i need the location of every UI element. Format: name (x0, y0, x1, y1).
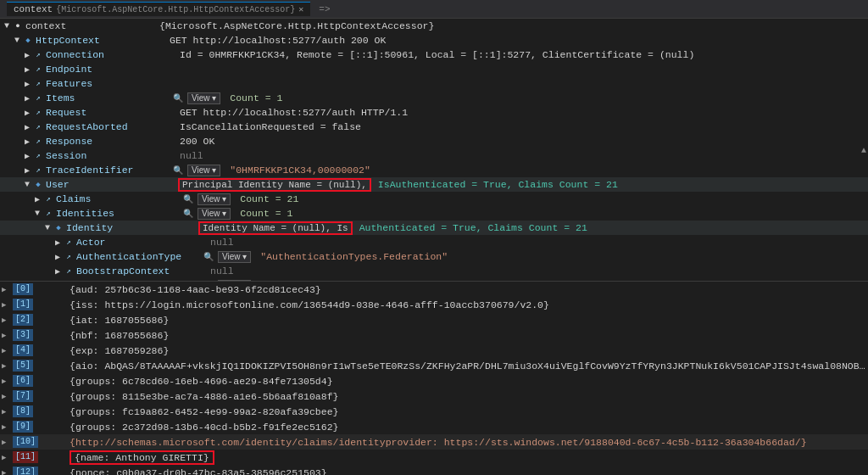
tab-label: context (14, 4, 53, 14)
list-value-8: {groups: fc19a862-6452-4e99-99a2-820afa3… (70, 406, 868, 417)
tree-name-endpoint: Endpoint (46, 64, 173, 75)
tree-row-identity: ◆ Identity Identity Name = (null), Is Au… (0, 221, 868, 235)
expand-item-8[interactable]: ▶ (2, 407, 10, 416)
expand-items[interactable] (22, 93, 32, 103)
tree-row-request: ↗ Request GET http://localhost:5277/auth… (0, 105, 868, 120)
expand-item-6[interactable]: ▶ (2, 377, 10, 386)
expand-session[interactable] (22, 151, 32, 161)
expand-bootstrapctx[interactable] (53, 266, 63, 277)
view-trace-button[interactable]: View ▾ (187, 165, 220, 176)
expand-endpoint[interactable] (22, 64, 32, 75)
expand-item-2[interactable]: ▶ (2, 316, 10, 325)
list-section[interactable]: ▶ [0] {aud: 257b6c36-1168-4aac-be93-6f2c… (0, 282, 868, 475)
tree-row-user: ◆ User Principal Identity Name = (null),… (0, 177, 868, 192)
magnify-claims-icon: 🔍 (183, 194, 193, 204)
tab-close-icon[interactable]: ✕ (298, 4, 303, 14)
tree-value-user-extra: IsAuthenticated = True, Claims Count = 2… (371, 179, 868, 190)
list-item: ▶ [0] {aud: 257b6c36-1168-4aac-be93-6f2c… (0, 282, 868, 297)
list-item: ▶ [6] {groups: 6c78cd60-16eb-4696-ae29-8… (0, 373, 868, 388)
expand-connection[interactable] (22, 50, 32, 60)
expand-identity[interactable] (42, 223, 53, 232)
expand-item-0[interactable]: ▶ (2, 285, 10, 294)
watch-tree: ● context {Microsoft.AspNetCore.Http.Htt… (0, 19, 868, 282)
tree-name-bootstrapctx: BootstrapContext (76, 265, 203, 277)
view-identities-button[interactable]: View ▾ (198, 208, 231, 220)
expand-request[interactable] (22, 108, 32, 118)
list-item: ▶ [5] {aio: AbQAS/8TAAAAAF+vkskjIQ1IDOKI… (0, 358, 868, 373)
expand-item-4[interactable]: ▶ (2, 346, 10, 355)
tree-value-claims: Count = 21 (233, 193, 868, 204)
expand-context[interactable] (2, 21, 12, 31)
list-value-12: {nonce: c0b0a37-dr0b-47bc-83a5-38596c251… (70, 467, 868, 476)
index-badge-3: [3] (13, 329, 33, 341)
expand-identities[interactable] (32, 209, 42, 218)
tree-value-traceidentifier: "0HMRFKKP1CK34,00000002" (223, 165, 868, 176)
top-bar: context {Microsoft.AspNetCore.Http.HttpC… (0, 0, 868, 19)
view-items-button[interactable]: View ▾ (187, 92, 220, 104)
tree-value-connection: Id = 0HMRFKKP1CK34, Remote = [::1]:50961… (173, 49, 868, 60)
list-item: ▶ [3] {nbf: 1687055686} (0, 327, 868, 343)
index-badge-0: [0] (13, 283, 33, 295)
tree-value-context: {Microsoft.AspNetCore.Http.HttpContextAc… (153, 20, 868, 31)
tree-name-actor: Actor (76, 237, 203, 248)
icon-traceidentifier: ↗ (32, 165, 44, 176)
context-tab[interactable]: context {Microsoft.AspNetCore.Http.HttpC… (7, 2, 310, 16)
tree-row-requestaborted: ↗ RequestAborted IsCancellationRequested… (0, 120, 868, 134)
view-authtype-button[interactable]: View ▾ (218, 251, 251, 263)
icon-identities: ↗ (42, 208, 54, 220)
magnify-identities-icon: 🔍 (183, 209, 193, 219)
icon-connection: ↗ (32, 49, 44, 61)
tree-value-requestaborted: IsCancellationRequested = false (173, 121, 868, 132)
tree-row-claims: ↗ Claims 🔍 View ▾ Count = 21 (0, 192, 868, 206)
icon-items: ↗ (32, 92, 44, 104)
view-claims-button[interactable]: View ▾ (198, 193, 231, 205)
tree-value-httpcontext: GET http://localhost:5277/auth 200 OK (163, 35, 868, 46)
index-badge-4: [4] (13, 344, 33, 356)
icon-endpoint: ↗ (32, 64, 44, 75)
expand-features[interactable] (22, 79, 32, 89)
expand-traceidentifier[interactable] (22, 165, 32, 176)
list-value-2: {iat: 1687055686} (70, 315, 868, 326)
expand-httpcontext[interactable] (12, 36, 22, 45)
expand-authtype[interactable] (53, 252, 63, 262)
expand-item-3[interactable]: ▶ (2, 331, 10, 340)
tree-row-context: ● context {Microsoft.AspNetCore.Http.Htt… (0, 19, 868, 33)
icon-authtype: ↗ (63, 251, 75, 263)
arrow-indicator: => (314, 4, 330, 14)
tree-name-requestaborted: RequestAborted (46, 121, 173, 132)
expand-requestaborted[interactable] (22, 122, 32, 132)
list-value-6: {groups: 6c78cd60-16eb-4696-ae29-84fe713… (70, 376, 868, 387)
expand-item-11[interactable]: ▶ (2, 453, 10, 462)
user-value-highlighted: Principal Identity Name = (null), (178, 178, 371, 192)
list-index-5: ▶ [5] (2, 360, 70, 372)
expand-item-7[interactable]: ▶ (2, 392, 10, 401)
icon-response: ↗ (32, 136, 44, 148)
list-value-5: {aio: AbQAS/8TAAAAAF+vkskjIQ1IDOKIZPVI5O… (70, 360, 868, 372)
expand-user[interactable] (22, 180, 32, 189)
magnify-trace-icon: 🔍 (173, 165, 183, 176)
expand-item-9[interactable]: ▶ (2, 422, 10, 432)
index-badge-11: [11] (13, 451, 38, 463)
expand-item-10[interactable]: ▶ (2, 438, 10, 447)
expand-item-5[interactable]: ▶ (2, 361, 10, 371)
expand-claims[interactable] (32, 194, 42, 204)
index-badge-1: [1] (13, 299, 33, 310)
expand-item-12[interactable]: ▶ (2, 468, 10, 476)
tree-value-request: GET http://localhost:5277/auth HTTP/1.1 (173, 107, 868, 118)
list-index-3: ▶ [3] (2, 329, 70, 341)
tree-name-items: Items (46, 92, 173, 103)
expand-response[interactable] (22, 137, 32, 147)
list-index-12: ▶ [12] (2, 467, 70, 475)
icon-actor: ↗ (63, 237, 75, 249)
list-index-0: ▶ [0] (2, 283, 70, 295)
expand-actor[interactable] (53, 238, 63, 248)
list-value-10: {http://schemas.microsoft.com/identity/c… (70, 437, 868, 448)
list-index-11: ▶ [11] (2, 451, 70, 463)
tab-type: {Microsoft.AspNetCore.Http.HttpContextAc… (56, 5, 295, 14)
tree-row-bootstrapctx: ↗ BootstrapContext null (0, 264, 868, 278)
expand-item-1[interactable]: ▶ (2, 300, 10, 310)
index-badge-6: [6] (13, 375, 33, 387)
list-item: ▶ [9] {groups: 2c372d98-13b6-40cd-b5b2-f… (0, 419, 868, 434)
list-index-8: ▶ [8] (2, 405, 70, 417)
index-badge-10: [10] (13, 436, 38, 448)
